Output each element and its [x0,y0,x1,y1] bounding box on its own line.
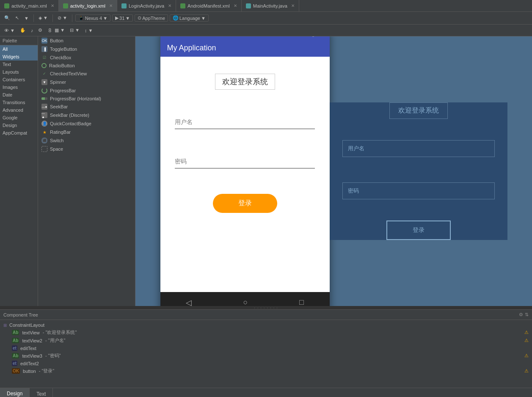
edittext2-name: editText2 [19,361,39,366]
palette-design[interactable]: Design [0,121,38,129]
bp-password-input: 密码 [342,182,495,199]
device-dropdown[interactable]: 📱 Nexus 4 ▼ [75,14,110,22]
palette-text[interactable]: Text [0,61,38,68]
widget-ratingbar[interactable]: ★ RatingBar [38,128,135,136]
root-icon: ⊞ [3,323,7,328]
palette-images[interactable]: Images [0,83,38,91]
palette-appcompat[interactable]: AppCompat [0,129,38,137]
widget-togglebutton[interactable]: ▐ ToggleButton [38,45,135,53]
switch-icon: ⬛ [41,138,47,143]
widget-space[interactable]: Space [38,145,135,153]
theme-dropdown[interactable]: ⊙ AppTheme [135,14,168,22]
eye-button[interactable]: 👁 ▼ [3,27,17,34]
tab-design[interactable]: Design [0,388,30,397]
tree-root[interactable]: ⊞ ConstraintLayout [3,322,529,328]
tree-item-edittext2[interactable]: et editText2 [3,360,529,367]
pan-button[interactable]: ♪ [29,27,35,34]
widget-checkbox[interactable]: ☑ CheckBox [38,53,135,62]
resize-handle[interactable]: · · · · · · · · [0,306,532,309]
cursor-button[interactable]: ↖ [14,14,21,22]
bp-login-button[interactable]: 登录 [386,221,451,240]
widget-seekbar[interactable]: —● SeekBar [38,102,135,111]
palette-transitions[interactable]: Transitions [0,99,38,106]
palette-google[interactable]: Google [0,114,38,121]
palette-all[interactable]: All [0,45,38,53]
password-input[interactable] [175,154,315,168]
login-button[interactable]: 登录 [213,194,277,213]
tab-close-icon-3[interactable]: ✕ [168,3,171,8]
spinner-icon: ▼ [41,79,47,85]
tab-close-icon-2[interactable]: ✕ [109,3,113,8]
widget-quickcontactbadge-label: QuickContactBadge [50,121,91,126]
textview2-name: textView2 [21,338,42,343]
component-tree-title: Component Tree [3,312,38,317]
tools-button[interactable]: ⚙ [36,27,44,34]
tab-close-icon-4[interactable]: ✕ [234,3,237,8]
main-toolbar: 🔍 ↖ ▼ ◈ ▼ ⊘ ▼ 📱 Nexus 4 ▼ ▶ 31 ▼ ⊙ AppTh… [0,12,532,25]
time-label: 8:00 [316,36,325,37]
palette-panel: Palette All Widgets Text Layouts Contain… [0,36,38,306]
tab-text[interactable]: Text [30,388,53,397]
tab-activity-main[interactable]: activity_main.xml ✕ [0,0,59,11]
widget-spinner[interactable]: ▼ Spinner [38,78,135,86]
align-button[interactable]: ⊟ ▼ [68,27,81,34]
recents-icon[interactable]: □ [299,298,304,306]
palette-widgets[interactable]: Widgets [0,53,38,61]
home-icon[interactable]: ○ [243,298,248,306]
phone-app-bar: My Application [160,40,330,57]
select-button[interactable]: ✋ [18,27,28,34]
widget-switch[interactable]: ⬛ Switch [38,136,135,145]
widget-progressbar-h[interactable]: ProgressBar (Horizontal) [38,95,135,102]
tree-item-textview[interactable]: Ab textView - "欢迎登录系统" ⚠ [3,328,529,336]
widget-quickcontactbadge[interactable]: 👤 QuickContactBadge [38,119,135,128]
widget-progressbar-h-label: ProgressBar (Horizontal) [50,96,101,101]
tree-settings-button[interactable]: ⚙ [519,312,523,317]
tree-sort-button[interactable]: ⇅ [525,312,529,317]
widget-button[interactable]: OK Button [38,36,135,45]
search-button[interactable]: 🔍 [3,14,12,22]
textview2-warn: ⚠ [524,338,529,343]
ratingbar-icon: ★ [41,129,47,135]
layer-button[interactable]: ◈ ▼ [37,14,50,22]
tree-content: ⊞ ConstraintLayout Ab textView - "欢迎登录系统… [0,320,532,388]
component-tree-header: Component Tree ⚙ ⇅ [0,310,532,320]
widget-checkedtextview[interactable]: ✓ CheckedTextView [38,69,135,78]
palette-date[interactable]: Date [0,91,38,99]
component-tree-actions: ⚙ ⇅ [519,312,529,317]
api-dropdown[interactable]: ▶ 31 ▼ [112,14,133,22]
widget-seekbar-discrete-label: SeekBar (Discrete) [50,113,89,118]
separator-2 [52,14,53,22]
palette-containers[interactable]: Containers [0,76,38,83]
tree-item-textview2[interactable]: Ab textView2 - "用户名" ⚠ [3,336,529,345]
widget-togglebutton-label: ToggleButton [50,47,77,52]
widget-progressbar[interactable]: ProgressBar [38,86,135,95]
widget-radiobutton[interactable]: RadioButton [38,62,135,69]
palette-advanced[interactable]: Advanced [0,106,38,114]
tree-item-button[interactable]: OK button - "登录" ⚠ [3,367,529,375]
button-tree-warn: ⚠ [524,368,529,374]
tab-activity-login[interactable]: activity_login.xml ✕ [59,0,117,11]
widget-seekbar-label: SeekBar [50,104,68,109]
tab-close-icon-5[interactable]: ✕ [291,3,295,8]
theme-icon: ⊙ [138,15,141,21]
back-icon[interactable]: ◁ [186,298,192,306]
grid-button[interactable]: ▦ ▼ [53,27,66,34]
app-title: My Application [167,44,216,52]
tree-item-textview3[interactable]: Ab textView3 - "密码" ⚠ [3,352,529,360]
separator-1 [33,14,34,22]
bp-welcome-text: 欢迎登录系统 [389,102,448,119]
tab-main-activity[interactable]: MainActivity.java ✕ [242,0,299,11]
language-dropdown[interactable]: 🌐 Language ▼ [170,14,209,22]
tab-close-icon[interactable]: ✕ [51,3,54,8]
arrow-button[interactable]: ▼ [22,15,30,22]
tab-manifest[interactable]: AndroidManifest.xml ✕ [176,0,242,11]
device-icon: 📱 [78,15,84,21]
palette-layouts[interactable]: Layouts [0,68,38,76]
prohibit-button[interactable]: ⊘ ▼ [56,14,69,22]
phone-content: 欢迎登录系统 登录 [160,57,330,292]
username-input[interactable] [175,115,315,129]
tree-item-edittext[interactable]: et editText [3,345,529,352]
tab-login-activity[interactable]: LoginActivity.java ✕ [117,0,176,11]
margin-button[interactable]: ↕ ▼ [83,27,94,34]
widget-seekbar-discrete[interactable]: —▲ SeekBar (Discrete) [38,111,135,119]
